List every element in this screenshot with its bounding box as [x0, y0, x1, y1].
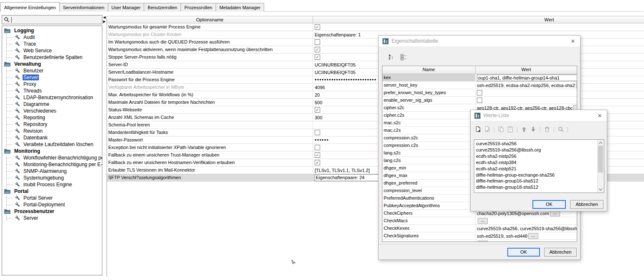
expand-all-icon[interactable]	[400, 54, 407, 60]
tree-item[interactable]: Trace	[2, 41, 102, 47]
tree-item[interactable]: LDAP-Benutzersynchronisation	[2, 94, 102, 101]
tree-item[interactable]: Verschiedenes	[2, 108, 102, 114]
column-header-wert[interactable]: Wert	[476, 66, 577, 74]
edit-entry-icon[interactable]	[484, 126, 491, 133]
tab[interactable]: Prozessrollen	[181, 3, 216, 12]
tree-item[interactable]: Benutzer	[2, 67, 102, 74]
tree-item[interactable]: Proxy	[2, 81, 102, 87]
table-row[interactable]: CheckSignatures ssh-ed25519, ssh-ed448 .…	[382, 232, 577, 240]
table-row[interactable]: prefer_known_host_key_types	[382, 89, 577, 97]
option-value[interactable]	[313, 23, 644, 31]
cancel-button[interactable]: Abbrechen	[544, 248, 577, 257]
tree-item[interactable]: SNMP-Alarmierung	[2, 168, 102, 175]
tree-item[interactable]: Datenbank	[2, 134, 102, 141]
tab[interactable]: Allgemeine Einstellungen	[0, 2, 60, 12]
tree-item[interactable]: Logging	[2, 27, 102, 34]
column-header-wert[interactable]: Wert	[313, 16, 644, 23]
property-value[interactable]	[476, 89, 577, 96]
scrollbar-vertical[interactable]	[597, 140, 604, 193]
copy-icon[interactable]	[498, 126, 504, 133]
folder-icon	[4, 149, 10, 154]
tree-item[interactable]: Veraltete Laufzeitdaten löschen	[2, 141, 102, 148]
list-item[interactable]: curve25519-sha256	[476, 141, 597, 147]
ok-button[interactable]: OK	[532, 200, 566, 209]
option-name: Mandantenfähigkeit für Tasks	[107, 129, 313, 136]
paste-icon[interactable]	[507, 126, 514, 133]
option-name: Fallback zu einer unsicheren Hostnamen-V…	[107, 159, 313, 166]
search-icon	[4, 17, 10, 23]
list-item[interactable]: diffie-hellman-group-exchange-sha256	[476, 172, 597, 178]
table-row[interactable]: Wartungsmodus für gesamte Process Engine	[107, 23, 644, 31]
splitter-collapse-left-icon[interactable]: ◀	[103, 16, 105, 19]
tree-item[interactable]: Revision	[2, 128, 102, 134]
scrollbar-thumb[interactable]	[598, 146, 603, 172]
ellipsis-button[interactable]: ...	[528, 233, 538, 239]
table-row[interactable]: kex oup1-sha1, diffie-hellman-group14-sh…	[382, 74, 577, 82]
list-item[interactable]: ecdh-sha2-nistp384	[476, 159, 597, 166]
move-down-icon[interactable]	[530, 126, 537, 133]
tree-item[interactable]: Benutzerdefinierte Spalten	[2, 54, 102, 61]
property-value[interactable]: ssh-ed25519, ecdsa-sha2-nistp256, ecdsa-…	[476, 82, 577, 89]
tree-item[interactable]: Repository	[2, 121, 102, 128]
move-up-icon[interactable]	[521, 126, 527, 133]
scroll-up-icon[interactable]	[598, 140, 603, 146]
properties-table-header: Name Wert	[382, 66, 577, 74]
property-value[interactable]: oup1-sha1, diffie-hellman-group14-sha1 .…	[476, 74, 577, 81]
search-icon[interactable]	[557, 126, 564, 133]
tree-item[interactable]: Prozessbenutzer	[2, 208, 102, 215]
scroll-down-icon[interactable]	[598, 186, 603, 193]
table-row[interactable]: CheckKexes curve25519-sha256, curve25519…	[382, 225, 577, 232]
add-entry-icon[interactable]	[475, 126, 481, 133]
tree-item[interactable]: Reporting	[2, 114, 102, 121]
splitter-collapse-right-icon[interactable]: ▶	[103, 20, 105, 23]
property-value[interactable]: ssh-ed25519, ssh-ed448 ...	[476, 232, 577, 239]
ellipsis-button[interactable]: ...	[478, 218, 488, 224]
tree-item[interactable]: Workflowfehler-Benachrichtigung per E-Ma…	[2, 154, 102, 161]
property-value[interactable]: curve25519-sha256, curve25519-sha256@lib…	[476, 225, 577, 232]
tree-item[interactable]: Monitoring-Benachrichtigung per E-Mail	[2, 161, 102, 168]
tree-item[interactable]: Server	[2, 215, 102, 221]
ellipsis-button[interactable]: ...	[478, 241, 488, 242]
close-icon[interactable]: ✕	[596, 113, 603, 119]
panel-splitter[interactable]: ◀ ▶	[102, 16, 106, 28]
tree-item[interactable]: Systemumgebung	[2, 175, 102, 181]
column-header-optionsname[interactable]: Optionsname	[107, 16, 313, 23]
table-row[interactable]: enable_server_sig_algs	[382, 97, 577, 104]
tree-item[interactable]: Portal-Deployment	[2, 201, 102, 208]
sort-az-icon[interactable]: AZ ↓	[389, 54, 394, 60]
tree-item[interactable]: Server	[2, 74, 102, 81]
property-value[interactable]	[476, 97, 577, 104]
tree-item[interactable]: Verwaltung	[2, 61, 102, 67]
tree-item[interactable]: Audit	[2, 34, 102, 41]
values-toolbar	[475, 125, 607, 134]
cancel-button[interactable]: Abbrechen	[570, 200, 603, 209]
table-row[interactable]: server_host_key ssh-ed25519, ecdsa-sha2-…	[382, 82, 577, 89]
ellipsis-button[interactable]: ...	[576, 82, 577, 88]
list-item[interactable]: ecdh-sha2-nistp521	[476, 166, 597, 172]
tree-item[interactable]: Portal	[2, 188, 102, 195]
close-icon[interactable]: ✕	[570, 38, 576, 44]
tab[interactable]: User Manager	[108, 3, 145, 12]
tab[interactable]: Metadaten Manager	[216, 3, 264, 12]
search-input[interactable]	[2, 15, 102, 24]
delete-icon[interactable]	[544, 126, 550, 133]
tree-item[interactable]: Threads	[2, 87, 102, 94]
column-header-name[interactable]: Name	[382, 66, 476, 74]
list-item[interactable]: ecdh-sha2-nistp256	[476, 153, 597, 159]
property-value[interactable]: ...	[476, 240, 577, 241]
tab[interactable]: Serverinformationen	[59, 3, 108, 12]
list-item[interactable]: curve25519-sha256@libssh.org	[476, 147, 597, 153]
ok-button[interactable]: OK	[507, 248, 540, 257]
tree-item[interactable]: inubit Process Engine	[2, 181, 102, 188]
tree-item[interactable]: Diagramme	[2, 101, 102, 108]
list-item[interactable]: diffie-hellman-group18-sha512	[476, 184, 597, 190]
wrench-icon	[15, 182, 20, 188]
table-row[interactable]: CheckMacs ...	[382, 217, 577, 225]
tree-item[interactable]: Monitoring	[2, 148, 102, 154]
tree-item[interactable]: Web Service	[2, 47, 102, 54]
tab[interactable]: Benutzerrollen	[144, 3, 181, 12]
table-row[interactable]: ...	[382, 240, 577, 241]
property-value[interactable]: ...	[476, 217, 577, 224]
tree-item[interactable]: Portal Server	[2, 195, 102, 201]
list-item[interactable]: diffie-hellman-group16-sha512	[476, 178, 597, 184]
